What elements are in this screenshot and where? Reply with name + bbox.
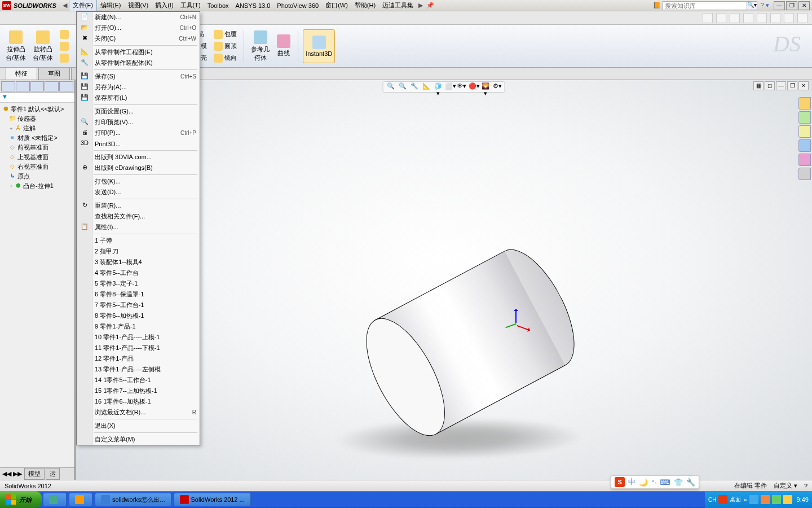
search-button[interactable]: 🔍▾	[747, 1, 757, 10]
taskpane-resources-icon[interactable]	[798, 97, 811, 110]
file-menu-recent-item[interactable]: 14 1零件5--工作台-1	[77, 375, 200, 386]
help-icon[interactable]: ? ▾	[761, 2, 769, 9]
minimize-button[interactable]: —	[774, 1, 785, 10]
revolve-boss-button[interactable]: 旋转凸 台/基体	[30, 29, 55, 63]
viewport-tile-icon[interactable]: ▦	[753, 81, 764, 90]
panel-tab-1[interactable]	[1, 81, 15, 91]
qa-btn-7[interactable]	[784, 13, 794, 23]
tray-icon-2[interactable]	[761, 495, 770, 504]
ime-moon-icon[interactable]: 🌙	[639, 478, 648, 487]
status-help-icon[interactable]: ?	[804, 483, 807, 489]
hide-show-icon[interactable]: 👁▾	[457, 82, 467, 91]
file-menu-item[interactable]: 3DPrint3D...	[77, 138, 200, 149]
panel-tab-4[interactable]	[45, 81, 59, 91]
menu-maidi[interactable]: 迈迪工具集	[379, 0, 417, 11]
view-orient-icon[interactable]: 🧊▾	[433, 82, 443, 91]
file-menu-recent-item[interactable]: 7 零件5--工作台-1	[77, 300, 200, 310]
file-menu-item[interactable]: 退出(X)	[77, 421, 200, 431]
file-menu-item[interactable]: 💾保存(S)Ctrl+S	[77, 71, 200, 82]
menu-ansys[interactable]: ANSYS 13.0	[232, 1, 274, 10]
tab-features[interactable]: 特征	[6, 67, 37, 80]
menu-view[interactable]: 视图(V)	[125, 0, 152, 11]
lofted-boss-button[interactable]	[58, 41, 73, 52]
tree-origin[interactable]: ↳原点	[2, 172, 73, 181]
ime-punct-icon[interactable]: °·	[651, 478, 656, 487]
menu-scroll-right-icon[interactable]: ▶	[417, 2, 425, 9]
menu-file[interactable]: 文件(F)	[69, 0, 97, 11]
curves-button[interactable]: 曲线	[274, 29, 293, 63]
viewport-single-icon[interactable]: ◻	[765, 81, 775, 90]
file-menu-item[interactable]: 发送(D)...	[77, 187, 200, 198]
appearance-icon[interactable]: 🔴▾	[469, 82, 479, 91]
view-settings-icon[interactable]: ⚙▾	[492, 82, 502, 91]
tree-extrude1[interactable]: +⬢凸台-拉伸1	[2, 181, 73, 191]
taskpane-file-explorer-icon[interactable]	[798, 125, 811, 138]
tray-icon-1[interactable]	[749, 495, 758, 504]
file-menu-recent-item[interactable]: 2 指甲刀	[77, 246, 200, 257]
ime-skin-icon[interactable]: 👕	[674, 478, 683, 487]
show-desktop[interactable]: 桌面	[730, 496, 741, 503]
tree-material[interactable]: ≡材质 <未指定>	[2, 133, 73, 143]
taskbar-item-solidworks[interactable]: SolidWorks 2012 ...	[174, 493, 251, 506]
file-menu-item[interactable]: 🔍打印预览(V)...	[77, 117, 200, 128]
qa-btn-2[interactable]	[716, 13, 726, 23]
menu-toolbox[interactable]: Toolbox	[204, 1, 232, 10]
menu-help[interactable]: 帮助(H)	[351, 0, 379, 11]
viewport-close-icon[interactable]: ✕	[798, 81, 809, 90]
file-menu-item[interactable]: ⊕出版到 eDrawings(B)	[77, 163, 200, 173]
file-menu-recent-item[interactable]: 15 1零件7--上加热板-1	[77, 386, 200, 396]
panel-tab-3[interactable]	[30, 81, 45, 91]
dome-button[interactable]: 圆顶	[211, 41, 239, 52]
taskpane-custom-props-icon[interactable]	[798, 168, 811, 180]
viewport-max-icon[interactable]: ❐	[787, 81, 797, 90]
qa-btn-3[interactable]	[730, 13, 740, 23]
wrap-button[interactable]: 包覆	[211, 29, 239, 40]
viewport-min-icon[interactable]: —	[776, 81, 786, 90]
tree-right-plane[interactable]: ◇右视基准面	[2, 162, 73, 172]
qa-btn-6[interactable]	[770, 13, 780, 23]
search-input[interactable]	[663, 1, 747, 10]
bottom-tab-model[interactable]: 模型	[24, 468, 45, 480]
ime-keyboard-icon[interactable]: ⌨	[660, 478, 670, 487]
start-button[interactable]: 开始	[0, 491, 42, 508]
menu-scroll-left-icon[interactable]: ◀	[61, 2, 69, 9]
display-style-icon[interactable]: ⬜▾	[445, 82, 455, 91]
section-view-icon[interactable]: 📐	[421, 82, 431, 91]
file-menu-recent-item[interactable]: 10 零件1-产品----上模-1	[77, 332, 200, 343]
tray-clock[interactable]: 9:49	[797, 496, 809, 503]
file-menu-recent-item[interactable]: 1 子弹	[77, 235, 200, 246]
file-menu-item[interactable]: 📐从零件制作工程图(E)	[77, 47, 200, 58]
file-menu-item[interactable]: 自定义菜单(M)	[77, 434, 200, 445]
file-menu-recent-item[interactable]: 8 零件6--加热板-1	[77, 310, 200, 321]
tree-root[interactable]: ⬢零件1 默认<<默认>	[2, 104, 73, 114]
prev-view-icon[interactable]: 🔧	[409, 82, 420, 91]
ime-lang[interactable]: 中	[628, 477, 636, 487]
tree-sensors[interactable]: 📁传感器	[2, 114, 73, 124]
file-menu-item[interactable]: 📂打开(O)...Ctrl+O	[77, 23, 200, 33]
file-menu-item[interactable]: ↻重装(R)...	[77, 200, 200, 211]
instant3d-button[interactable]: Instant3D	[303, 29, 335, 63]
ref-geometry-button[interactable]: 参考几 何体	[249, 29, 272, 63]
file-menu-item[interactable]: 📋属性(I)...	[77, 222, 200, 233]
maximize-button[interactable]: ❐	[786, 1, 797, 10]
bottom-tab-motion[interactable]: 运	[46, 468, 60, 480]
tray-icon-4[interactable]	[783, 495, 792, 504]
taskpane-view-palette-icon[interactable]	[798, 139, 811, 152]
file-menu-item[interactable]: 打包(K)...	[77, 176, 200, 187]
tab-sketch[interactable]: 草图	[38, 67, 70, 80]
zoom-fit-icon[interactable]: 🔍	[386, 82, 396, 91]
file-menu-item[interactable]: 浏览最近文档(R)...R	[77, 407, 200, 418]
mirror-button[interactable]: 镜向	[211, 52, 239, 64]
taskpane-design-lib-icon[interactable]	[798, 111, 811, 124]
file-menu-item[interactable]: 📄新建(N)...Ctrl+N	[77, 12, 200, 23]
menu-photoview[interactable]: PhotoView 360	[273, 1, 322, 10]
taskbar-item-browser[interactable]: solidworks怎么出...	[95, 493, 171, 506]
filter-bar[interactable]: ▼	[0, 93, 74, 103]
menu-window[interactable]: 窗口(W)	[322, 0, 351, 11]
file-menu-recent-item[interactable]: 13 零件1-产品----左侧模	[77, 364, 200, 375]
panel-tab-2[interactable]	[16, 81, 30, 91]
scene-icon[interactable]: 🌄▾	[480, 82, 491, 91]
menu-tools[interactable]: 工具(T)	[177, 0, 204, 11]
file-menu-item[interactable]: 页面设置(G)...	[77, 106, 200, 117]
cylinder-model[interactable]	[350, 238, 590, 448]
